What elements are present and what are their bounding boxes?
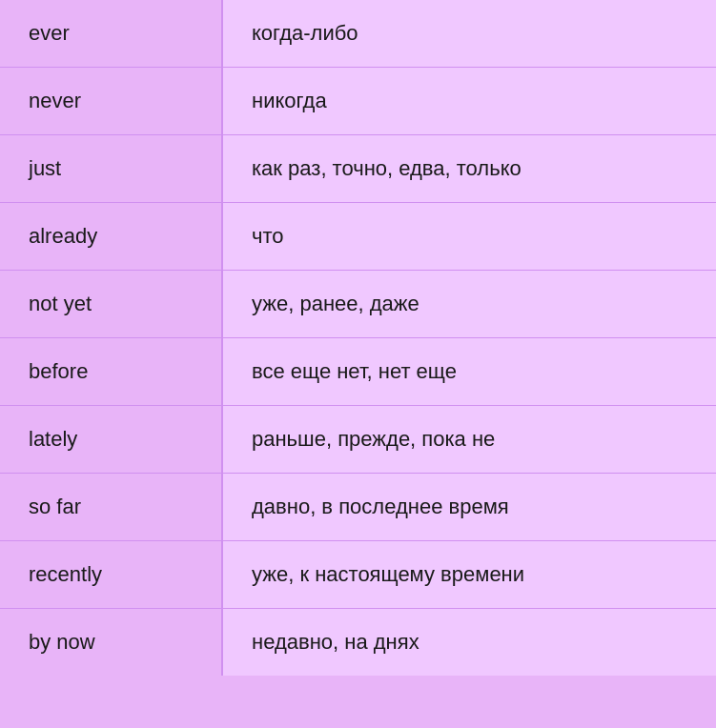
table-row: everкогда-либо	[0, 0, 716, 68]
russian-translation: уже, ранее, даже	[222, 271, 716, 338]
english-word: by now	[0, 609, 222, 677]
english-word: never	[0, 68, 222, 135]
table-row: recentlyуже, к настоящему времени	[0, 541, 716, 609]
english-word: recently	[0, 541, 222, 609]
russian-translation: как раз, точно, едва, только	[222, 135, 716, 203]
table-row: beforeвсе еще нет, нет еще	[0, 338, 716, 406]
english-word: before	[0, 338, 222, 406]
russian-translation: никогда	[222, 68, 716, 135]
russian-translation: раньше, прежде, пока не	[222, 406, 716, 474]
english-word: ever	[0, 0, 222, 68]
table-row: so farдавно, в последнее время	[0, 474, 716, 541]
english-word: not yet	[0, 271, 222, 338]
russian-translation: давно, в последнее время	[222, 474, 716, 541]
english-word: lately	[0, 406, 222, 474]
russian-translation: уже, к настоящему времени	[222, 541, 716, 609]
table-row: not yetуже, ранее, даже	[0, 271, 716, 338]
english-word: already	[0, 203, 222, 271]
table-row: neverникогда	[0, 68, 716, 135]
table-row: justкак раз, точно, едва, только	[0, 135, 716, 203]
table-row: latelyраньше, прежде, пока не	[0, 406, 716, 474]
russian-translation: все еще нет, нет еще	[222, 338, 716, 406]
russian-translation: что	[222, 203, 716, 271]
english-word: just	[0, 135, 222, 203]
russian-translation: недавно, на днях	[222, 609, 716, 677]
english-word: so far	[0, 474, 222, 541]
table-row: by nowнедавно, на днях	[0, 609, 716, 677]
table-row: alreadyчто	[0, 203, 716, 271]
russian-translation: когда-либо	[222, 0, 716, 68]
vocabulary-table: everкогда-либоneverникогдаjustкак раз, т…	[0, 0, 716, 676]
